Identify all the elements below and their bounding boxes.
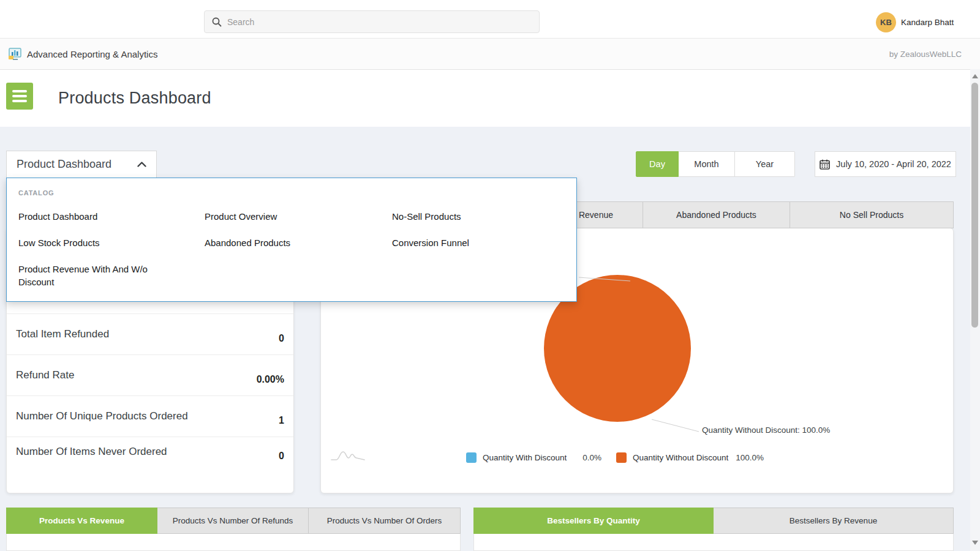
stat-label: Number Of Unique Products Ordered: [16, 410, 188, 422]
calendar-icon: [820, 159, 830, 170]
tab-products-vs-number-of-orders[interactable]: Products Vs Number Of Orders: [309, 508, 461, 534]
plugin-byline: by ZealousWebLLC: [889, 38, 962, 70]
tab-bestsellers-by-revenue[interactable]: Bestsellers By Revenue: [714, 508, 954, 534]
app-screen: KB Kandarp Bhatt Advanced Reporting & An…: [0, 0, 980, 551]
menu-item-no-sell-products[interactable]: No-Sell Products: [392, 210, 461, 223]
page-title: Products Dashboard: [58, 70, 211, 127]
legend-swatch-without-discount[interactable]: [616, 452, 627, 463]
report-selector-label: Product Dashboard: [17, 158, 111, 171]
report-selector-dropdown[interactable]: Product Dashboard: [6, 151, 157, 178]
period-day-button[interactable]: Day: [636, 151, 679, 177]
legend-label[interactable]: Quantity With Discount: [483, 453, 567, 462]
plugin-title: Advanced Reporting & Analytics: [27, 38, 157, 70]
chart-tab-no-sell-products[interactable]: No Sell Products: [790, 201, 954, 228]
period-year-button[interactable]: Year: [735, 151, 795, 177]
chart-tab-abandoned-products[interactable]: Abandoned Products: [643, 201, 790, 228]
menu-item-abandoned-products[interactable]: Abandoned Products: [205, 236, 290, 249]
stat-row: Total Item Refunded 0: [7, 313, 293, 354]
search-icon: [212, 17, 222, 27]
stat-label: Number Of Items Never Ordered: [16, 446, 167, 458]
search-box[interactable]: [204, 10, 540, 33]
period-month-button[interactable]: Month: [679, 151, 735, 177]
legend-label[interactable]: Quantity Without Discount: [633, 453, 728, 462]
menu-item-product-revenue-discount[interactable]: Product Revenue With And W/o Discount: [18, 263, 162, 288]
pie-legend: Quantity With Discount 0.0% Quantity Wit…: [466, 452, 764, 463]
period-toggle-group: Day Month Year: [636, 151, 795, 177]
scrollbar-down-arrow-icon[interactable]: [972, 541, 978, 545]
top-bar: KB Kandarp Bhatt: [0, 0, 980, 38]
stat-value: 0: [279, 451, 284, 462]
date-range-value: July 10, 2020 - April 20, 2022: [836, 159, 951, 169]
pie-callout-label: Quantity Without Discount: 100.0%: [702, 425, 830, 435]
stat-row: Refund Rate 0.00%: [7, 354, 293, 395]
tab-products-vs-revenue[interactable]: Products Vs Revenue: [6, 508, 157, 534]
stat-label: Refund Rate: [16, 369, 74, 381]
scrollbar-thumb[interactable]: [971, 83, 978, 328]
stats-rows: Total Item Refunded 0 Refund Rate 0.00% …: [7, 313, 293, 493]
tab-products-vs-number-of-refunds[interactable]: Products Vs Number Of Refunds: [157, 508, 309, 534]
tab-bestsellers-by-quantity[interactable]: Bestsellers By Quantity: [473, 508, 714, 534]
menu-item-product-dashboard[interactable]: Product Dashboard: [18, 210, 97, 223]
legend-value: 0.0%: [582, 453, 601, 462]
legend-value: 100.0%: [736, 453, 764, 462]
stat-row: Number Of Items Never Ordered 0: [7, 437, 293, 493]
user-name: Kandarp Bhatt: [901, 12, 954, 32]
avatar[interactable]: KB: [876, 12, 896, 32]
catalog-dropdown-panel: CATALOG Product Dashboard Product Overvi…: [6, 178, 577, 302]
chart-watermark-icon: [330, 448, 366, 463]
catalog-section-header: CATALOG: [18, 189, 54, 197]
stat-value: 0: [279, 333, 284, 344]
menu-item-product-overview[interactable]: Product Overview: [205, 210, 277, 223]
stat-label: Total Item Refunded: [16, 328, 109, 340]
bottom-right-card-top: [473, 534, 954, 551]
scrollbar-up-arrow-icon[interactable]: [972, 74, 978, 78]
stat-value: 1: [279, 415, 284, 426]
menu-item-low-stock-products[interactable]: Low Stock Products: [18, 236, 100, 249]
date-range-picker[interactable]: July 10, 2020 - April 20, 2022: [815, 151, 956, 177]
vertical-scrollbar[interactable]: [970, 69, 980, 551]
stat-value: 0.00%: [257, 374, 284, 385]
analytics-plugin-icon: [8, 47, 23, 61]
menu-item-conversion-funnel[interactable]: Conversion Funnel: [392, 236, 469, 249]
search-input[interactable]: [227, 17, 521, 27]
bottom-left-card-top: [6, 534, 461, 551]
stat-row: Number Of Unique Products Ordered 1: [7, 395, 293, 437]
chevron-up-icon: [137, 162, 146, 167]
legend-swatch-with-discount[interactable]: [466, 452, 477, 463]
menu-hamburger-button[interactable]: [6, 83, 33, 110]
